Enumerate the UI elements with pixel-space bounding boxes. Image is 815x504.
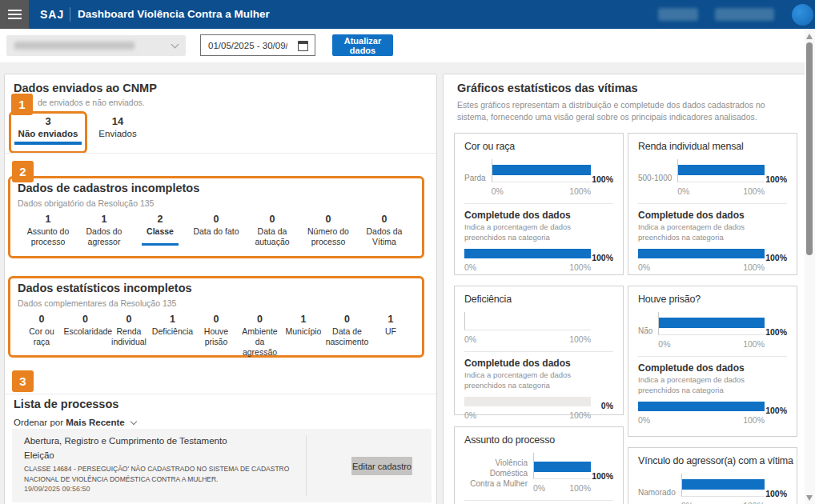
scroll-up-arrow-icon[interactable] — [806, 34, 813, 39]
scrollbar-thumb[interactable] — [806, 42, 813, 255]
stat-item[interactable]: 0 Data da autuação — [244, 214, 300, 247]
chart-card-deficiencia: Deficiência 0% 100% Completude dos dados… — [454, 286, 624, 415]
stat-item[interactable]: 2 Classe — [132, 214, 188, 247]
app-logo[interactable]: SAJ — [40, 8, 64, 21]
axis-tick: 0% — [658, 339, 670, 349]
tab-enviados[interactable]: 14 Enviados — [93, 116, 143, 138]
section-dados-estatisticos-incompletos: Dados estatísticos incompletos Dados com… — [8, 276, 424, 358]
card-divider — [464, 500, 613, 501]
stat-count: 1 — [76, 214, 132, 225]
stat-item[interactable]: 0 Cor ou raça — [20, 314, 63, 357]
card-divider — [464, 203, 613, 204]
process-subject-line: Eleição — [24, 450, 54, 460]
tab-count: 14 — [93, 116, 143, 128]
date-range-field[interactable] — [200, 34, 315, 56]
stat-item[interactable]: 0 Data do fato — [188, 214, 244, 247]
user-avatar[interactable] — [792, 4, 813, 26]
stat-item[interactable]: 0 Ambiente da agressão — [239, 314, 282, 357]
stat-item[interactable]: 1 Município — [282, 314, 325, 357]
stat-item[interactable]: 0 Data de nascimento — [326, 314, 369, 357]
section-title: Dados estatísticos incompletos — [18, 282, 192, 294]
unit-select-dropdown[interactable] — [6, 35, 186, 56]
stat-label: Escolaridade — [64, 326, 107, 337]
stat-count: 0 — [300, 214, 356, 225]
bar-value-label: 100% — [765, 174, 787, 184]
stat-label: Ambiente da agressão — [239, 326, 282, 357]
completeness-title: Completude dos dados — [638, 362, 787, 374]
update-data-button[interactable]: Atualizar dados — [332, 34, 393, 56]
stat-item[interactable]: 0 Houve prisão — [195, 314, 238, 357]
stat-item[interactable]: 0 Dados da Vítima — [356, 214, 412, 247]
process-class-line: Abertura, Registro e Cumprimento de Test… — [24, 436, 227, 446]
category-label: Violência Doméstica Contra a Mulher — [464, 458, 533, 489]
x-axis: 0% 100% — [677, 186, 765, 196]
user-menu-redacted-1[interactable] — [658, 8, 698, 21]
annotation-badge-3: 3 — [12, 370, 34, 392]
card-divider — [638, 203, 787, 204]
stat-item[interactable]: 1 UF — [369, 314, 412, 357]
tab-nao-enviados[interactable]: 3 Não enviados — [9, 111, 87, 154]
stat-label: Assunto do processo — [20, 226, 76, 247]
stat-item[interactable]: 1 Deficiência — [151, 314, 195, 357]
completeness-value: 0% — [601, 401, 613, 410]
stat-row: 1 Assunto do processo 1 Dados do agresso… — [20, 214, 412, 247]
card-divider — [464, 351, 613, 352]
stat-label: Cor ou raça — [20, 326, 63, 347]
bar-chart: Namorado 100% 0% 100% — [638, 474, 787, 504]
user-menu-redacted-2[interactable] — [715, 8, 774, 21]
tab-count: 3 — [45, 116, 50, 128]
stat-item[interactable]: 1 Dados do agressor — [76, 214, 132, 247]
hamburger-menu-button[interactable] — [0, 0, 29, 29]
annotation-badge-2: 2 — [12, 161, 34, 182]
category-label: Namorado — [638, 487, 681, 498]
stat-item[interactable]: 0 Número do processo — [300, 214, 356, 247]
x-axis: 0% 100% — [638, 415, 765, 425]
completeness-fill — [464, 249, 591, 258]
completeness-value: 100% — [592, 253, 613, 262]
axis-tick: 100% — [743, 262, 765, 272]
x-axis: 0% 100% — [464, 410, 591, 420]
calendar-icon[interactable] — [298, 41, 308, 51]
bar-chart: 500-1000 100% 0% 100% — [638, 159, 787, 196]
bar — [678, 165, 765, 175]
x-axis: 0% 100% — [464, 334, 591, 344]
x-axis: 0% 100% — [658, 339, 765, 349]
card-divider — [638, 356, 787, 357]
completeness-bar: 100% 0% 100% — [464, 249, 613, 272]
bar — [682, 479, 765, 490]
completeness-subtitle: Indica a porcentagem de dados preenchido… — [638, 375, 787, 396]
completeness-value: 100% — [765, 253, 787, 262]
chart-card-assunto-processo: Assunto do processo Violência Doméstica … — [454, 426, 624, 504]
stat-item[interactable]: 1 Assunto do processo — [20, 214, 76, 247]
stat-label: Dados do agressor — [76, 226, 132, 247]
bar-value-label: 100% — [592, 471, 613, 481]
bar-value-label: 100% — [765, 327, 787, 337]
scroll-down-arrow-icon[interactable] — [806, 495, 813, 501]
stat-label: Data da autuação — [244, 226, 300, 247]
axis-tick: 100% — [569, 186, 591, 196]
sort-control[interactable]: Ordenar por Mais Recente — [14, 418, 136, 427]
stat-label: Município — [282, 326, 325, 337]
axis-tick: 0% — [677, 186, 689, 196]
page-title: Dashboard Violência Contra a Mulher — [78, 8, 270, 20]
stat-count: 0 — [195, 314, 238, 325]
stat-count: 0 — [188, 214, 244, 225]
tab-label: Não enviados — [18, 129, 78, 138]
stat-label: Dados da Vítima — [356, 226, 412, 247]
vertical-scrollbar[interactable] — [805, 29, 815, 504]
process-timestamp: 19/09/2025 09:56:50 — [24, 485, 90, 493]
date-range-input[interactable] — [201, 35, 287, 55]
stat-count: 0 — [107, 314, 151, 325]
cnmp-section-title: Dados enviados ao CNMP — [14, 82, 157, 94]
stat-item[interactable]: 0 Escolaridade — [64, 314, 107, 357]
bar-value-label: 100% — [765, 489, 787, 498]
process-list-title: Lista de processos — [14, 398, 118, 410]
chart-title: Deficiência — [464, 294, 613, 305]
completeness-subtitle: Indica a porcentagem de dados preenchido… — [464, 370, 613, 391]
section-title: Dados de cadastros incompletos — [18, 182, 199, 194]
axis-tick: 100% — [743, 415, 765, 425]
axis-tick: 0% — [533, 483, 545, 493]
edit-record-button[interactable]: Editar cadastro — [351, 457, 412, 475]
stat-item[interactable]: 0 Renda individual — [107, 314, 151, 357]
stat-label: Data do fato — [188, 226, 244, 237]
